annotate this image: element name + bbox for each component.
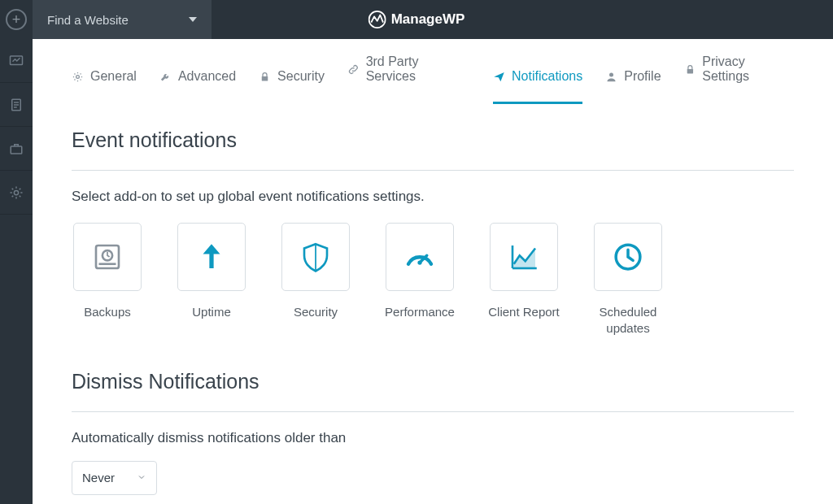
main-content: General Advanced Security 3rd Party Serv… <box>33 39 833 504</box>
clipboard-icon <box>9 98 24 112</box>
clock-icon <box>611 240 645 274</box>
lock-icon <box>259 71 271 83</box>
addon-backups[interactable]: Backups <box>72 223 143 337</box>
tab-label: Notifications <box>512 69 582 84</box>
uptime-icon <box>194 240 229 274</box>
divider <box>72 170 794 171</box>
tab-notifications[interactable]: Notifications <box>493 69 582 104</box>
paper-plane-icon <box>493 71 505 83</box>
site-dropdown-label: Find a Website <box>47 13 129 27</box>
addon-label: Client Report <box>488 304 560 320</box>
tab-label: 3rd Party Services <box>366 54 470 84</box>
tab-label: Security <box>277 69 325 84</box>
settings-panel: Event notifications Select add-on to set… <box>33 104 833 504</box>
chevron-down-icon <box>189 17 197 22</box>
event-notifications-desc: Select add-on to set up global event not… <box>72 189 794 205</box>
add-website-button[interactable]: + <box>0 0 33 39</box>
dismiss-select-value: Never <box>82 471 115 484</box>
settings-tabs: General Advanced Security 3rd Party Serv… <box>33 39 833 104</box>
gear-icon <box>72 71 84 83</box>
gear-icon <box>9 185 24 200</box>
svg-rect-11 <box>687 68 692 73</box>
svg-rect-9 <box>262 76 268 80</box>
addon-client-report[interactable]: Client Report <box>488 223 560 337</box>
briefcase-icon <box>9 141 24 156</box>
addon-label: Scheduled updates <box>592 304 664 337</box>
brand-icon <box>369 11 386 28</box>
shield-icon <box>299 240 333 274</box>
dashboard-icon <box>9 54 24 68</box>
svg-point-7 <box>14 190 18 194</box>
addon-list: Backups Uptime Security <box>72 223 794 337</box>
svg-point-8 <box>76 75 80 78</box>
dismiss-notifications-desc: Automatically dismiss notifications olde… <box>72 430 794 446</box>
addon-label: Performance <box>385 304 455 320</box>
rail-reports[interactable] <box>0 83 33 127</box>
tab-security[interactable]: Security <box>259 69 325 104</box>
dismiss-notifications-title: Dismiss Notifications <box>72 370 794 393</box>
addon-performance[interactable]: Performance <box>384 223 456 337</box>
tab-privacy[interactable]: Privacy Settings <box>684 54 794 104</box>
sidebar-rail <box>0 39 33 504</box>
link-icon <box>347 63 360 76</box>
tab-label: Advanced <box>178 69 236 84</box>
addon-security[interactable]: Security <box>280 223 351 337</box>
gauge-icon <box>403 240 437 274</box>
addon-label: Security <box>294 304 338 320</box>
dismiss-select[interactable]: Never <box>72 461 157 495</box>
tab-label: Privacy Settings <box>702 54 794 84</box>
rail-clients[interactable] <box>0 127 33 171</box>
rail-dashboard[interactable] <box>0 39 33 83</box>
backup-icon <box>90 240 124 274</box>
chevron-down-icon <box>137 471 146 484</box>
site-dropdown[interactable]: Find a Website <box>33 0 212 39</box>
lock-icon <box>684 63 696 76</box>
plus-icon: + <box>6 9 27 30</box>
divider <box>72 411 794 412</box>
rail-settings[interactable] <box>0 171 33 215</box>
svg-point-10 <box>609 72 613 76</box>
svg-rect-6 <box>11 146 22 154</box>
addon-uptime[interactable]: Uptime <box>176 223 247 337</box>
brand-logo: ManageWP <box>369 11 465 28</box>
tab-advanced[interactable]: Advanced <box>159 69 236 104</box>
user-icon <box>605 71 617 83</box>
tab-label: Profile <box>624 69 661 84</box>
wrench-icon <box>159 71 172 83</box>
addon-label: Uptime <box>192 304 231 320</box>
addon-scheduled-updates[interactable]: Scheduled updates <box>592 223 664 337</box>
tab-profile[interactable]: Profile <box>605 69 661 104</box>
addon-label: Backups <box>84 304 131 320</box>
event-notifications-title: Event notifications <box>72 128 794 152</box>
topbar: + Find a Website ManageWP <box>0 0 833 39</box>
tab-thirdparty[interactable]: 3rd Party Services <box>347 54 470 104</box>
tab-label: General <box>90 69 137 84</box>
report-icon <box>507 240 541 274</box>
tab-general[interactable]: General <box>72 69 137 104</box>
